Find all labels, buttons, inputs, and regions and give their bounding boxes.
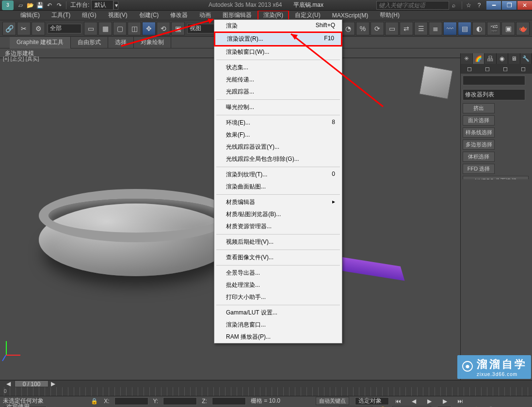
- workspace-dropdown[interactable]: 默认: [91, 0, 113, 10]
- menu-item-video-post[interactable]: 视频后期处理(V)...: [214, 236, 342, 248]
- info-icon[interactable]: ?: [475, 1, 484, 10]
- play-prev-icon[interactable]: ◀: [409, 397, 418, 406]
- help-icon[interactable]: ☆: [464, 1, 473, 10]
- menu-item-environment[interactable]: 环境(E)...8: [214, 117, 342, 129]
- cmdsub-3-icon[interactable]: ◻: [497, 64, 515, 74]
- spinner-snap-icon[interactable]: ⟳: [371, 22, 384, 35]
- menu-item-batch-render[interactable]: 批处理渲染...: [214, 279, 342, 291]
- play-start-icon[interactable]: ⏮: [394, 397, 403, 406]
- z-field[interactable]: [212, 397, 246, 405]
- menu-item-render-surface-map[interactable]: 渲染曲面贴图...: [214, 181, 342, 193]
- menu-edit[interactable]: 编辑(E): [15, 10, 46, 20]
- ribbon-tab-select[interactable]: 选择: [108, 36, 134, 48]
- viewcube[interactable]: [419, 65, 453, 99]
- menu-item-ram-player[interactable]: RAM 播放器(P)...: [214, 331, 342, 343]
- qat-redo-icon[interactable]: ↷: [55, 1, 64, 10]
- timeline-ruler[interactable]: 0: [4, 387, 528, 396]
- percent-snap-icon[interactable]: %: [356, 22, 370, 35]
- selection-filter-dropdown[interactable]: 全部: [48, 24, 81, 33]
- mod-patch-select-button[interactable]: 面片选择: [463, 115, 495, 125]
- menu-item-render[interactable]: 渲染 Shift+Q: [214, 20, 342, 32]
- object-name-field[interactable]: [463, 76, 525, 85]
- menu-modifiers[interactable]: 修改器: [164, 10, 193, 20]
- search-input[interactable]: [376, 1, 449, 10]
- schematic-view-icon[interactable]: ▤: [458, 22, 471, 35]
- key-mode-dropdown[interactable]: 选定对象: [355, 397, 389, 405]
- bind-icon[interactable]: ⚙: [32, 22, 45, 35]
- menu-item-light-tracer[interactable]: 光跟踪器...: [214, 86, 342, 98]
- modifier-list-dropdown[interactable]: 修改器列表: [463, 89, 525, 100]
- menu-item-material-browser[interactable]: 材质/贴图浏览器(B)...: [214, 208, 342, 220]
- x-field[interactable]: [114, 397, 148, 405]
- cmdtab-hierarchy-icon[interactable]: 品: [484, 53, 497, 64]
- menu-item-render-frame-window[interactable]: 渲染帧窗口(W)...: [214, 46, 342, 58]
- menu-customize[interactable]: 自定义(U): [289, 10, 326, 20]
- select-icon[interactable]: ▭: [84, 22, 97, 35]
- y-field[interactable]: [163, 397, 197, 405]
- cmdtab-display-icon[interactable]: 🖥: [508, 53, 520, 64]
- window-minimize-button[interactable]: ━: [486, 1, 501, 10]
- app-icon[interactable]: 3: [2, 0, 14, 10]
- mod-spline-select-button[interactable]: 样条线选择: [463, 127, 495, 138]
- play-icon[interactable]: ▶: [425, 397, 434, 406]
- cmdtab-create-icon[interactable]: ✳: [461, 53, 473, 64]
- menu-item-exposure[interactable]: 曝光控制...: [214, 101, 342, 113]
- window-crossing-icon[interactable]: ◫: [128, 22, 141, 35]
- qat-undo-icon[interactable]: ↶: [45, 1, 54, 10]
- menu-item-print-size[interactable]: 打印大小助手...: [214, 291, 342, 303]
- ribbon-tab-objpaint[interactable]: 对象绘制: [134, 36, 171, 48]
- render-setup-icon[interactable]: 🎬: [487, 22, 500, 35]
- menu-item-state-sets[interactable]: 状态集...: [214, 62, 342, 74]
- play-next-icon[interactable]: ▶: [440, 397, 449, 406]
- menu-item-view-image[interactable]: 查看图像文件(V)...: [214, 251, 342, 264]
- window-maximize-button[interactable]: ❐: [502, 1, 516, 10]
- cmdtab-motion-icon[interactable]: ◉: [497, 53, 509, 64]
- menu-item-gamma-lut[interactable]: Gamma/LUT 设置...: [214, 307, 342, 319]
- menu-help[interactable]: 帮助(H): [374, 10, 405, 20]
- menu-item-effects[interactable]: 效果(F)...: [214, 129, 342, 141]
- cmdsub-2-icon[interactable]: ◻: [479, 64, 497, 74]
- menu-tools[interactable]: 工具(T): [46, 10, 76, 20]
- menu-item-render-message[interactable]: 渲染消息窗口...: [214, 319, 342, 331]
- menu-item-radiosity[interactable]: 光能传递...: [214, 74, 342, 86]
- menu-item-render-to-texture[interactable]: 渲染到纹理(T)...0: [214, 169, 342, 181]
- menu-item-raytracer-settings[interactable]: 光线跟踪器设置(Y)...: [214, 141, 342, 153]
- qat-save-icon[interactable]: 💾: [35, 1, 44, 10]
- render-icon[interactable]: 🫖: [516, 22, 530, 35]
- spotlight-icon[interactable]: ⌕: [449, 1, 458, 10]
- unlink-icon[interactable]: ✂: [17, 22, 31, 35]
- link-icon[interactable]: 🔗: [2, 22, 16, 35]
- ribbon-tab-freeform[interactable]: 自由形式: [71, 36, 108, 48]
- menu-graph-editors[interactable]: 图形编辑器: [217, 10, 258, 20]
- menu-render[interactable]: 渲染(R): [258, 10, 289, 20]
- curve-editor-icon[interactable]: 〰: [443, 22, 457, 35]
- mod-poly-select-button[interactable]: 多边形选择: [463, 140, 495, 150]
- qat-open-icon[interactable]: 📂: [26, 1, 34, 10]
- render-frame-icon[interactable]: ▣: [501, 22, 515, 35]
- select-region-icon[interactable]: ▢: [113, 22, 127, 35]
- time-slider-handle[interactable]: 0 / 100: [15, 380, 48, 387]
- menu-view[interactable]: 视图(V): [102, 10, 133, 20]
- layers-icon[interactable]: ≣: [429, 22, 442, 35]
- mod-ffd-select-button[interactable]: FFD 选择: [463, 164, 495, 174]
- menu-create[interactable]: 创建(C): [133, 10, 165, 20]
- select-name-icon[interactable]: ▦: [98, 22, 112, 35]
- angle-snap-icon[interactable]: ◔: [341, 22, 355, 35]
- qat-new-icon[interactable]: ▱: [16, 1, 25, 10]
- cmdsub-4-icon[interactable]: ◻: [514, 64, 532, 74]
- menu-item-render-setup[interactable]: 渲染设置(R)... F10: [215, 33, 341, 45]
- menu-item-material-editor[interactable]: 材质编辑器▸: [214, 196, 342, 208]
- window-close-button[interactable]: ✕: [517, 1, 532, 10]
- named-selection-icon[interactable]: ▭: [385, 22, 399, 35]
- rotate-icon[interactable]: ⟲: [157, 22, 170, 35]
- menu-maxscript[interactable]: MAXScript(M): [326, 11, 374, 20]
- mod-vol-select-button[interactable]: 体积选择: [463, 152, 495, 162]
- mirror-icon[interactable]: ⇄: [400, 22, 413, 35]
- ribbon-tab-graphite[interactable]: Graphite 建模工具: [10, 36, 71, 48]
- autokey-button[interactable]: 自动关键点: [316, 397, 349, 405]
- play-end-icon[interactable]: ⏭: [456, 397, 465, 406]
- cmdtab-utilities-icon[interactable]: 🔧: [520, 53, 532, 64]
- align-icon[interactable]: ☰: [414, 22, 428, 35]
- menu-animation[interactable]: 动画: [193, 10, 217, 20]
- menu-group[interactable]: 组(G): [76, 10, 102, 20]
